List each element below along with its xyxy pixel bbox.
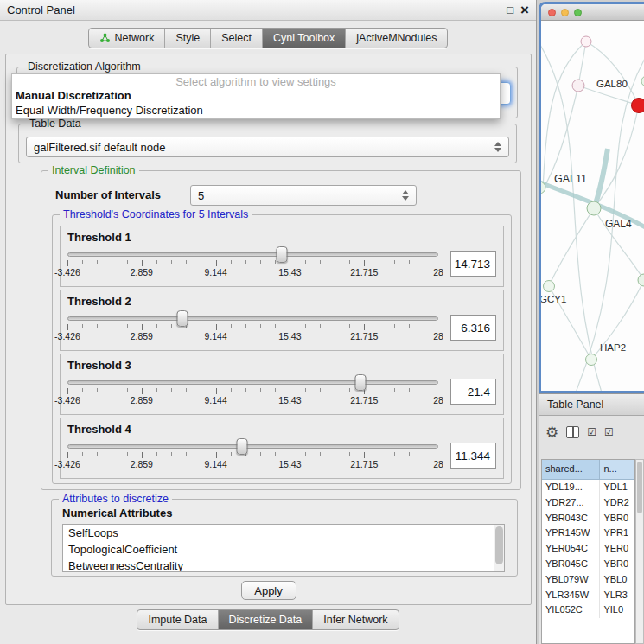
- cell: YIL052C: [542, 603, 600, 618]
- table-data-combobox[interactable]: galFiltered.sif default node: [26, 137, 509, 157]
- table-row[interactable]: YDL19... YDL1: [542, 480, 634, 495]
- table-scrollbar[interactable]: [635, 459, 644, 644]
- scale-tick-label: 2.859: [131, 331, 153, 341]
- threshold-2-value-field[interactable]: 6.316: [450, 315, 496, 341]
- table-row[interactable]: YBR045C YBR0: [542, 557, 634, 572]
- tab-select[interactable]: Select: [211, 29, 263, 48]
- checkbox-icon[interactable]: ☑: [604, 427, 614, 437]
- tab-jactivemnodules[interactable]: jActiveMNodules: [346, 29, 447, 48]
- attributes-group: Attributes to discretize Numerical Attri…: [51, 499, 518, 577]
- threshold-1-slider[interactable]: -3.426 2.859 9.144 15.43 21.715 28: [67, 246, 438, 281]
- minimize-traffic-light-icon[interactable]: [561, 9, 569, 16]
- tab-cyni-toolbox[interactable]: Cyni Toolbox: [263, 29, 346, 48]
- close-traffic-light-icon[interactable]: [548, 9, 556, 16]
- top-tab-bar: Network Style Select Cyni Toolbox jActiv…: [0, 21, 536, 52]
- number-of-intervals-combobox[interactable]: 5: [190, 185, 417, 206]
- threshold-4-slider[interactable]: -3.426 2.859 9.144 15.43 21.715 28: [67, 438, 438, 473]
- scale-tick-label: 2.859: [131, 267, 153, 277]
- threshold-2-slider[interactable]: -3.426 2.859 9.144 15.43 21.715 28: [67, 310, 438, 345]
- tab-infer-network[interactable]: Infer Network: [313, 610, 398, 629]
- threshold-2-label: Threshold 2: [67, 295, 496, 308]
- attributes-group-label: Attributes to discretize: [59, 493, 172, 505]
- node-label-gal11: GAL11: [554, 173, 587, 185]
- scale-tick-label: 28: [433, 395, 443, 405]
- number-of-intervals-label: Number of Intervals: [55, 188, 161, 201]
- network-node-gcy1[interactable]: [544, 281, 555, 292]
- network-canvas[interactable]: GAL80 GAL11 GAL4 GCY1 HAP2: [541, 21, 644, 391]
- table-row[interactable]: YPR145W YPR1: [542, 526, 634, 541]
- top-tab-group: Network Style Select Cyni Toolbox jActiv…: [88, 28, 449, 48]
- list-scrollbar[interactable]: [494, 525, 504, 571]
- combo-stepper-icon: [489, 142, 501, 152]
- network-node-gal4[interactable]: [587, 201, 601, 215]
- table-panel-header: Table Panel: [539, 393, 644, 416]
- table-scrollbar-thumb[interactable]: [637, 462, 642, 513]
- node-table[interactable]: shared... n... YDL19... YDL1 YDR27... YD…: [541, 459, 635, 644]
- table-row[interactable]: YLR345W YLR3: [542, 588, 634, 603]
- cell: YBR045C: [542, 557, 600, 572]
- slider-track[interactable]: [67, 316, 438, 321]
- slider-track[interactable]: [67, 252, 438, 257]
- slider-thumb[interactable]: [176, 310, 188, 327]
- apply-button[interactable]: Apply: [241, 581, 296, 600]
- tab-style[interactable]: Style: [165, 29, 211, 48]
- slider-thumb[interactable]: [276, 246, 287, 263]
- slider-ticks-major: [67, 388, 438, 394]
- tab-discretize-data[interactable]: Discretize Data: [219, 610, 314, 629]
- algorithm-option-equal-width-frequency[interactable]: Equal Width/Frequency Discretization: [12, 103, 500, 118]
- gear-icon[interactable]: ⚙: [545, 425, 558, 440]
- table-header-row: shared... n...: [542, 460, 634, 480]
- network-node-selected-red[interactable]: [632, 99, 644, 113]
- scale-tick-label: 2.859: [131, 459, 153, 469]
- interval-definition-group-label: Interval Definition: [48, 164, 139, 176]
- list-item[interactable]: TopologicalCoefficient: [63, 541, 504, 558]
- zoom-traffic-light-icon[interactable]: [574, 9, 582, 16]
- table-row[interactable]: YIL052C YIL0: [542, 603, 634, 618]
- table-data-selected-value: galFiltered.sif default node: [34, 141, 165, 154]
- slider-thumb[interactable]: [236, 438, 247, 455]
- scale-tick-label: 21.715: [350, 331, 378, 341]
- columns-icon[interactable]: [566, 426, 579, 438]
- cell: YBL0: [600, 572, 634, 588]
- threshold-3-slider[interactable]: -3.426 2.859 9.144 15.43 21.715 28: [67, 374, 438, 409]
- list-item[interactable]: BetweennessCentrality: [63, 558, 504, 572]
- algorithm-option-manual-discretization[interactable]: Manual Discretization: [12, 88, 500, 103]
- list-scrollbar-thumb[interactable]: [495, 526, 503, 564]
- number-of-intervals-value: 5: [198, 189, 204, 202]
- column-header-shared-name[interactable]: shared...: [542, 460, 600, 480]
- threshold-1-label: Threshold 1: [67, 231, 496, 244]
- network-node-gal80[interactable]: [572, 80, 584, 92]
- threshold-4-value-field[interactable]: 11.344: [450, 443, 496, 469]
- scale-tick-label: 9.144: [204, 331, 226, 341]
- network-node[interactable]: [581, 36, 591, 47]
- threshold-3-value-field[interactable]: 21.4: [450, 379, 496, 405]
- cell: YDL1: [600, 480, 634, 495]
- column-header-name[interactable]: n...: [600, 460, 634, 480]
- node-label-gal4: GAL4: [605, 218, 632, 230]
- thresholds-stack: Threshold 1 -3.426 2.859: [60, 226, 504, 481]
- table-row[interactable]: YDR27... YDR2: [542, 495, 634, 511]
- slider-track[interactable]: [67, 444, 438, 449]
- tab-network[interactable]: Network: [89, 29, 166, 48]
- control-panel-titlebar: Control Panel □ ×: [0, 0, 536, 21]
- close-icon[interactable]: ×: [520, 3, 529, 17]
- table-row[interactable]: YER054C YER0: [542, 541, 634, 557]
- table-row[interactable]: YBL079W YBL0: [542, 572, 634, 588]
- tab-jactivemnodules-label: jActiveMNodules: [356, 32, 437, 44]
- application-window: Control Panel □ × Network: [0, 0, 644, 644]
- checkbox-icon[interactable]: ☑: [587, 427, 596, 437]
- cell: YDR27...: [542, 495, 600, 511]
- network-node[interactable]: [638, 274, 644, 286]
- list-item[interactable]: SelfLoops: [63, 525, 504, 541]
- slider-track[interactable]: [67, 380, 438, 385]
- table-row[interactable]: YBR043C YBR0: [542, 511, 634, 526]
- numerical-attributes-list[interactable]: SelfLoops TopologicalCoefficient Between…: [62, 524, 505, 572]
- float-window-icon[interactable]: □: [507, 4, 513, 16]
- tab-impute-data[interactable]: Impute Data: [137, 610, 218, 629]
- network-node-hap2[interactable]: [586, 354, 597, 366]
- window-controls: □ ×: [507, 3, 529, 17]
- slider-thumb[interactable]: [354, 374, 366, 391]
- threshold-1-value-field[interactable]: 14.713: [450, 251, 496, 277]
- table-panel: ⚙ ☑ ☑ shared... n... YDL19... YDL1 YDR27…: [539, 416, 644, 644]
- table-panel-title: Table Panel: [547, 399, 603, 411]
